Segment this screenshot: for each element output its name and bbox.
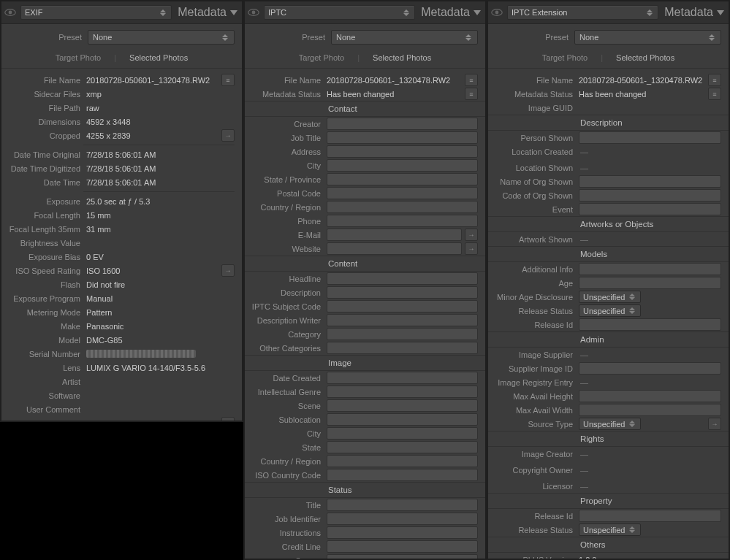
postal-input[interactable] xyxy=(327,187,478,199)
category-input[interactable] xyxy=(327,328,478,340)
panel-header: EXIF Metadata xyxy=(1,1,242,24)
file-menu-icon[interactable]: ≡ xyxy=(465,74,478,86)
svg-point-1 xyxy=(9,11,12,15)
preset-select[interactable]: None xyxy=(574,30,721,45)
file-name-value[interactable]: 20180728-050601-_1320478.RW2 xyxy=(327,76,462,85)
description-input[interactable] xyxy=(327,286,478,299)
other-cat-input[interactable] xyxy=(327,342,478,354)
headline-input[interactable] xyxy=(327,272,478,285)
release-id-input[interactable] xyxy=(579,318,721,331)
compose-email-icon[interactable]: → xyxy=(465,229,478,241)
address-input[interactable] xyxy=(327,145,478,158)
target-photo-tab[interactable]: Target Photo xyxy=(299,53,344,62)
action-icon[interactable]: → xyxy=(708,418,721,430)
flash-value: Did not fire xyxy=(86,280,235,289)
subject-code-input[interactable] xyxy=(327,300,478,312)
metadata-type-select[interactable]: EXIF xyxy=(20,5,172,20)
event-input[interactable] xyxy=(579,203,721,215)
instructions-input[interactable] xyxy=(327,526,478,539)
copy-owner-empty[interactable]: — xyxy=(579,466,588,475)
file-menu-icon[interactable]: ≡ xyxy=(708,74,721,86)
panel-title[interactable]: Metadata xyxy=(658,6,724,19)
genre-input[interactable] xyxy=(327,386,478,398)
job-id-input[interactable] xyxy=(327,513,478,525)
date-created-input[interactable] xyxy=(327,372,478,384)
job-title-input[interactable] xyxy=(327,131,478,144)
location-shown-empty[interactable]: — xyxy=(579,164,588,172)
supplier-id-input[interactable] xyxy=(579,362,721,375)
metadata-panel-exif: EXIF Metadata Preset None Target Photo |… xyxy=(0,0,243,422)
file-name-value[interactable]: 20180728-050601-_1320478.RW2 xyxy=(86,76,218,85)
registry-empty[interactable]: — xyxy=(579,378,588,387)
age-input[interactable] xyxy=(579,277,721,289)
location-created-empty[interactable]: — xyxy=(579,147,588,156)
max-w-input[interactable] xyxy=(579,404,721,416)
website-input[interactable] xyxy=(327,242,462,255)
addl-info-input[interactable] xyxy=(579,263,721,275)
image-country-input[interactable] xyxy=(327,455,478,467)
program-value: Manual xyxy=(86,294,235,303)
sidecar-value: xmp xyxy=(86,90,235,99)
name-org-input[interactable] xyxy=(579,175,721,188)
action-icon[interactable]: → xyxy=(221,129,235,142)
image-creator-empty[interactable]: — xyxy=(579,450,588,459)
svg-point-5 xyxy=(495,11,499,15)
panel-title[interactable]: Metadata xyxy=(172,6,237,19)
visibility-icon[interactable] xyxy=(491,7,503,18)
source-type-select[interactable]: Unspecified xyxy=(579,418,641,430)
selected-photos-tab[interactable]: Selected Photos xyxy=(129,53,188,62)
image-state-input[interactable] xyxy=(327,441,478,453)
country-input[interactable] xyxy=(327,201,478,213)
file-path-value: raw xyxy=(86,104,235,112)
phone-input[interactable] xyxy=(327,215,478,227)
iso-value: ISO 1600 xyxy=(86,266,218,275)
target-photo-tab[interactable]: Target Photo xyxy=(56,53,101,62)
prop-release-status-select[interactable]: Unspecified xyxy=(579,523,641,536)
action-icon[interactable]: → xyxy=(221,264,235,277)
state-province-input[interactable] xyxy=(327,173,478,185)
minor-age-select[interactable]: Unspecified xyxy=(579,291,641,303)
creator-input[interactable] xyxy=(327,118,478,130)
map-go-icon[interactable]: → xyxy=(221,417,235,422)
resolve-status-icon[interactable]: ≡ xyxy=(465,88,478,100)
iso-cc-input[interactable] xyxy=(327,469,478,481)
preset-select[interactable]: None xyxy=(88,30,235,45)
section-description: Description xyxy=(488,115,729,131)
visibility-icon[interactable] xyxy=(248,7,259,18)
date-original-value[interactable]: 7/28/18 5:06:01 AM xyxy=(86,150,235,159)
preset-select[interactable]: None xyxy=(331,30,478,45)
max-h-input[interactable] xyxy=(579,390,721,402)
selected-photos-tab[interactable]: Selected Photos xyxy=(616,53,674,62)
metadata-type-select[interactable]: IPTC Extension xyxy=(507,5,658,20)
section-contact: Contact xyxy=(245,101,485,117)
date-time-value: 7/28/18 5:06:01 AM xyxy=(86,178,235,187)
disclose-triangle-icon xyxy=(717,10,724,15)
metadata-type-select[interactable]: IPTC xyxy=(264,5,415,20)
open-url-icon[interactable]: → xyxy=(465,242,478,255)
desc-writer-input[interactable] xyxy=(327,314,478,326)
selected-photos-tab[interactable]: Selected Photos xyxy=(373,53,431,62)
file-menu-icon[interactable]: ≡ xyxy=(221,74,235,86)
scene-input[interactable] xyxy=(327,399,478,412)
target-photo-tab[interactable]: Target Photo xyxy=(542,53,588,62)
person-shown-input[interactable] xyxy=(579,131,721,144)
panel-title[interactable]: Metadata xyxy=(415,6,481,19)
source-input[interactable] xyxy=(327,554,478,560)
image-city-input[interactable] xyxy=(327,427,478,440)
email-input[interactable] xyxy=(327,229,462,241)
focal-value: 15 mm xyxy=(86,211,235,220)
title-input[interactable] xyxy=(327,499,478,511)
visibility-icon[interactable] xyxy=(4,7,16,18)
artwork-shown-empty[interactable]: — xyxy=(579,235,588,244)
resolve-status-icon[interactable]: ≡ xyxy=(708,88,721,100)
image-supplier-empty[interactable]: — xyxy=(579,350,588,359)
credit-input[interactable] xyxy=(327,540,478,553)
file-name-value[interactable]: 20180728-050601-_1320478.RW2 xyxy=(579,76,705,85)
licensor-empty[interactable]: — xyxy=(579,482,588,491)
code-org-input[interactable] xyxy=(579,189,721,202)
prop-release-id-input[interactable] xyxy=(579,510,721,522)
city-input[interactable] xyxy=(327,159,478,172)
sublocation-input[interactable] xyxy=(327,413,478,426)
release-status-select[interactable]: Unspecified xyxy=(579,304,641,317)
preset-row: Preset None xyxy=(1,24,242,50)
